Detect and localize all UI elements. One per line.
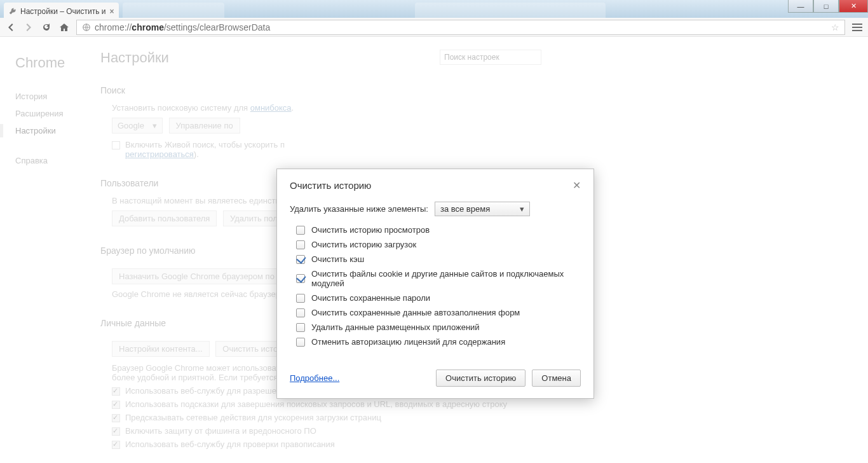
checkbox[interactable] bbox=[296, 323, 305, 332]
cancel-button[interactable]: Отмена bbox=[532, 370, 581, 387]
learn-more-link[interactable]: Подробнее... bbox=[290, 373, 339, 383]
clear-data-button[interactable]: Очистить историю bbox=[436, 370, 526, 387]
window-close-button[interactable]: ✕ bbox=[839, 0, 868, 13]
search-engine-select[interactable]: Google bbox=[112, 118, 163, 134]
checkbox[interactable] bbox=[112, 401, 120, 409]
browser-tab-inactive[interactable] bbox=[123, 3, 224, 18]
bookmark-star-icon[interactable]: ☆ bbox=[831, 22, 839, 32]
menu-icon[interactable] bbox=[851, 22, 863, 33]
instant-checkbox[interactable] bbox=[112, 141, 120, 149]
dialog-close-icon[interactable]: ✕ bbox=[573, 179, 581, 191]
checkbox[interactable] bbox=[296, 338, 305, 347]
checkbox[interactable] bbox=[112, 427, 120, 436]
content-settings-button[interactable]: Настройки контента... bbox=[112, 341, 210, 357]
checkbox[interactable] bbox=[112, 387, 120, 396]
register-link[interactable]: регистрироваться bbox=[125, 149, 194, 159]
window-controls: — □ ✕ bbox=[788, 0, 868, 13]
checkbox-label: Предсказывать сетевые действия для ускор… bbox=[125, 413, 381, 422]
sidebar-item-settings[interactable]: Настройки bbox=[15, 122, 95, 139]
tab-title: Настройки – Очистить и bbox=[20, 7, 105, 16]
clear-option-row: Очистить файлы cookie и другие данные са… bbox=[296, 269, 581, 288]
settings-sidebar: Chrome История Расширения Настройки Спра… bbox=[0, 37, 95, 463]
checkbox-label: Включить защиту от фишинга и вредоносног… bbox=[125, 426, 316, 436]
browser-tab-active[interactable]: Настройки – Очистить и × bbox=[4, 3, 119, 18]
url-text: chrome://chrome/settings/clearBrowserDat… bbox=[95, 22, 270, 32]
time-range-select[interactable]: за все время bbox=[435, 202, 530, 216]
make-default-button[interactable]: Назначить Google Chrome браузером по ум bbox=[112, 268, 294, 284]
reload-icon[interactable] bbox=[41, 22, 52, 33]
browser-toolbar: chrome://chrome/settings/clearBrowserDat… bbox=[0, 18, 868, 37]
checkbox[interactable] bbox=[296, 255, 305, 264]
add-user-button[interactable]: Добавить пользователя bbox=[112, 211, 217, 226]
window-minimize-button[interactable]: — bbox=[788, 0, 813, 13]
clear-option-row: Удалить данные размещенных приложений bbox=[296, 322, 581, 332]
wrench-icon bbox=[9, 8, 17, 15]
privacy-checkbox-row: Включить защиту от фишинга и вредоносног… bbox=[112, 426, 853, 436]
globe-icon bbox=[82, 23, 91, 32]
checkbox-label: Очистить кэш bbox=[311, 254, 364, 264]
settings-search-input[interactable] bbox=[440, 50, 541, 65]
page-title: Настройки bbox=[100, 50, 169, 66]
section-heading: Поиск bbox=[100, 85, 853, 95]
checkbox-label: Очистить историю загрузок bbox=[311, 240, 416, 249]
address-bar[interactable]: chrome://chrome/settings/clearBrowserDat… bbox=[76, 20, 845, 35]
checkbox-label: Очистить историю просмотров bbox=[311, 225, 430, 235]
checkbox[interactable] bbox=[296, 294, 305, 303]
checkbox-label: Использовать подсказки для завершения по… bbox=[125, 399, 507, 409]
sidebar-item-extensions[interactable]: Расширения bbox=[15, 105, 95, 122]
clear-option-row: Очистить сохраненные данные автозаполнен… bbox=[296, 308, 581, 317]
manage-search-engines-button[interactable]: Управление по bbox=[169, 118, 240, 134]
time-range-label: Удалить указанные ниже элементы: bbox=[290, 204, 428, 214]
checkbox-label: Очистить сохраненные данные автозаполнен… bbox=[311, 308, 520, 317]
clear-browsing-data-dialog: Очистить историю ✕ Удалить указанные ниж… bbox=[276, 169, 594, 399]
sidebar-item-help[interactable]: Справка bbox=[15, 152, 95, 169]
checkbox[interactable] bbox=[296, 226, 305, 235]
tab-close-icon[interactable]: × bbox=[109, 7, 114, 16]
home-icon[interactable] bbox=[58, 22, 70, 33]
section-search: Поиск Установить поисковую систему для о… bbox=[100, 85, 853, 159]
checkbox-label: Удалить данные размещенных приложений bbox=[311, 322, 480, 332]
checkbox[interactable] bbox=[296, 240, 305, 249]
clear-option-row: Отменить авторизацию лицензий для содерж… bbox=[296, 337, 581, 347]
window-maximize-button[interactable]: □ bbox=[813, 0, 839, 13]
checkbox-label: Очистить сохраненные пароли bbox=[311, 293, 430, 303]
dialog-title: Очистить историю bbox=[290, 180, 371, 191]
privacy-checkbox-row: Использовать подсказки для завершения по… bbox=[112, 399, 853, 409]
clear-option-row: Очистить сохраненные пароли bbox=[296, 293, 581, 303]
checkbox[interactable] bbox=[296, 274, 305, 283]
browser-tab-inactive[interactable] bbox=[415, 3, 606, 18]
sidebar-item-history[interactable]: История bbox=[15, 88, 95, 105]
clear-option-row: Очистить историю просмотров bbox=[296, 225, 581, 235]
privacy-checkbox-row: Использовать веб-службу для проверки пра… bbox=[112, 439, 853, 449]
checkbox-label: Очистить файлы cookie и другие данные са… bbox=[311, 269, 581, 288]
checkbox[interactable] bbox=[296, 308, 305, 317]
clear-option-row: Очистить историю загрузок bbox=[296, 240, 581, 249]
clear-option-row: Очистить кэш bbox=[296, 254, 581, 264]
checkbox[interactable] bbox=[112, 414, 120, 422]
privacy-checkbox-row: Предсказывать сетевые действия для ускор… bbox=[112, 413, 853, 422]
forward-icon[interactable] bbox=[23, 22, 34, 33]
checkbox-label: Отменить авторизацию лицензий для содерж… bbox=[311, 337, 505, 347]
checkbox[interactable] bbox=[112, 441, 120, 449]
window-titlebar: Настройки – Очистить и × — □ ✕ bbox=[0, 0, 868, 18]
omnibox-link[interactable]: омнибокса bbox=[250, 103, 292, 113]
back-icon[interactable] bbox=[5, 22, 17, 33]
brand-label: Chrome bbox=[15, 55, 95, 71]
checkbox-label: Использовать веб-службу для проверки пра… bbox=[125, 439, 335, 449]
